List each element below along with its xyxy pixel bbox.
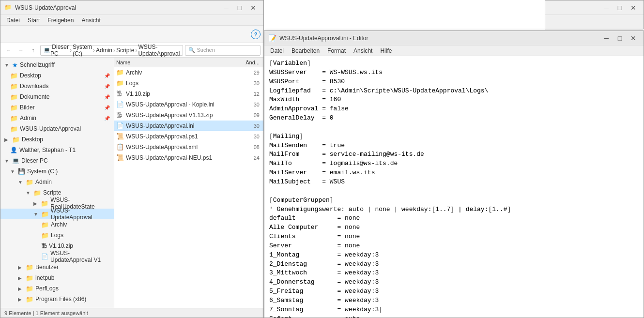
explorer-maximize-btn[interactable]: □ bbox=[233, 1, 246, 14]
ps1-icon: 📜 bbox=[116, 154, 124, 162]
expand-icon: ▼ bbox=[4, 62, 10, 68]
col-date-header[interactable]: Änd... bbox=[232, 60, 261, 65]
path-thispC: 💻 Dieser PC bbox=[44, 44, 69, 57]
sidebar-label: V1.10.zip bbox=[49, 242, 73, 249]
ps1-icon: 📜 bbox=[116, 133, 124, 140]
sidebar-label: Desktop bbox=[22, 136, 43, 143]
sidebar-wsus-v1[interactable]: 📄 WSUS-UpdateApproval V1 bbox=[0, 251, 114, 262]
explorer-minimize-btn[interactable]: ─ bbox=[220, 1, 232, 14]
notepad-menu-ansicht[interactable]: Ansicht bbox=[350, 46, 376, 55]
explorer-close-btn[interactable]: ✕ bbox=[247, 1, 260, 14]
folder-icon: 📁 bbox=[41, 200, 48, 207]
sidebar-label: WSUS-UpdateApproval bbox=[51, 207, 110, 221]
file-item-ps1[interactable]: 📜 WSUS-UpdateApproval.ps1 30 bbox=[114, 131, 263, 142]
sidebar-admin-drive[interactable]: ▼ 📁 Admin bbox=[0, 177, 114, 187]
file-date: 09 bbox=[232, 112, 261, 118]
zip-icon: 🗜 bbox=[116, 90, 124, 98]
menu-start[interactable]: Start bbox=[24, 16, 44, 25]
notepad-menu-hilfe[interactable]: Hilfe bbox=[376, 46, 396, 55]
sidebar-systemc[interactable]: ▼ 💾 System (C:) bbox=[0, 166, 114, 177]
address-path[interactable]: 💻 Dieser PC › System (C:) › Admin › Scri… bbox=[40, 45, 183, 56]
expand-icon: ▼ bbox=[18, 180, 24, 185]
notepad-controls: ─ □ ✕ bbox=[600, 32, 640, 45]
sidebar-schnellzugriff[interactable]: ▼ ★ Schnellzugriff bbox=[0, 60, 114, 70]
sidebar-label: Archiv bbox=[51, 221, 67, 228]
sidebar-desktop-group[interactable]: ▶ 📁 Desktop bbox=[0, 134, 114, 145]
pin-icon: 📌 bbox=[104, 105, 110, 110]
sidebar-dokumente[interactable]: 📁 Dokumente 📌 bbox=[0, 91, 114, 102]
file-item-archiv[interactable]: 📁 Archiv 29 bbox=[114, 67, 263, 78]
folder-icon: 📁 bbox=[116, 69, 124, 76]
sidebar-label: Program Files (x86) bbox=[35, 296, 86, 303]
back-button[interactable]: ← bbox=[3, 45, 14, 56]
sidebar-benutzer[interactable]: ▶ 📁 Benutzer bbox=[0, 262, 114, 273]
notepad-maximize-btn[interactable]: □ bbox=[613, 32, 626, 45]
sidebar-admin-quick[interactable]: 📁 Admin 📌 bbox=[0, 113, 114, 123]
menu-freigeben[interactable]: Freigeben bbox=[44, 16, 77, 25]
up-button[interactable]: ↑ bbox=[28, 45, 38, 56]
notepad-minimize-btn[interactable]: ─ bbox=[600, 32, 613, 45]
file-item-logs[interactable]: 📁 Logs 30 bbox=[114, 78, 263, 89]
sidebar-wsus-quick[interactable]: 📁 WSUS-UpdateApproval bbox=[0, 123, 114, 134]
forward-button[interactable]: → bbox=[15, 45, 26, 56]
zip-icon: 🗜 bbox=[41, 242, 47, 249]
second-minimize-btn[interactable]: ─ bbox=[600, 1, 613, 14]
main-content: ▼ ★ Schnellzugriff 📁 Desktop 📌 📁 Downloa… bbox=[0, 58, 263, 308]
path-admin: Admin bbox=[96, 47, 112, 54]
menu-ansicht[interactable]: Ansicht bbox=[77, 16, 104, 25]
sidebar-label: inetpub bbox=[35, 274, 54, 281]
status-text: 9 Elemente | 1 Element ausgewählt bbox=[4, 310, 88, 316]
folder-icon: 📁 bbox=[26, 179, 33, 186]
file-item-v110zip[interactable]: 🗜 V1.10.zip 12 bbox=[114, 89, 263, 99]
sidebar-downloads[interactable]: 📁 Downloads 📌 bbox=[0, 81, 114, 91]
expand-icon: ▶ bbox=[18, 265, 24, 270]
file-date: 08 bbox=[232, 144, 261, 150]
sidebar-label: Benutzer bbox=[35, 264, 59, 271]
sidebar-programfiles[interactable]: ▶ 📁 Program Files (x86) bbox=[0, 294, 114, 304]
second-close-btn[interactable]: ✕ bbox=[627, 1, 640, 14]
file-date: 30 bbox=[232, 123, 261, 129]
folder-icon: 📁 bbox=[116, 79, 124, 87]
notepad-menu-bearbeiten[interactable]: Bearbeiten bbox=[288, 46, 323, 55]
file-list: Name Änd... 📁 Archiv 29 📁 Logs 30 🗜 V1.1… bbox=[114, 58, 263, 308]
notepad-close-btn[interactable]: ✕ bbox=[627, 32, 640, 45]
file-item-neu-ps1[interactable]: 📜 WSUS-UpdateApproval-NEU.ps1 24 bbox=[114, 152, 263, 163]
folder-icon: 📁 bbox=[10, 104, 18, 111]
file-item-ini[interactable]: 📄 WSUS-UpdateApproval.ini 30 bbox=[114, 121, 263, 131]
file-item-xml[interactable]: 📋 WSUS-UpdateApproval.xml 08 bbox=[114, 142, 263, 152]
file-name: V1.10.zip bbox=[126, 91, 230, 97]
expand-icon: ▶ bbox=[18, 286, 24, 291]
col-name-header[interactable]: Name bbox=[116, 60, 232, 65]
file-item-kopie-ini[interactable]: 📄 WSUS-UpdateApproval - Kopie.ini 30 bbox=[114, 99, 263, 110]
file-date: 30 bbox=[232, 102, 261, 107]
expand-icon: ▼ bbox=[33, 212, 39, 217]
explorer-title-bar: 📁 WSUS-UpdateApproval ─ □ ✕ bbox=[0, 0, 263, 15]
sidebar-label: Admin bbox=[35, 179, 52, 185]
sidebar-label: WSUS-UpdateApproval bbox=[20, 125, 81, 132]
sidebar-inetpub[interactable]: ▶ 📁 inetpub bbox=[0, 273, 114, 283]
notepad-menu-format[interactable]: Format bbox=[323, 46, 350, 55]
sidebar-archiv[interactable]: 📁 Archiv bbox=[0, 219, 114, 230]
notepad-menu-datei[interactable]: Datei bbox=[266, 46, 288, 55]
ini-icon: 📄 bbox=[116, 122, 124, 130]
sidebar-perflogs[interactable]: ▶ 📁 PerfLogs bbox=[0, 283, 114, 294]
search-box[interactable]: 🔍 Suchen bbox=[185, 45, 261, 56]
sidebar-walther[interactable]: 👤 Walther, Stephan - T1 bbox=[0, 145, 114, 155]
sidebar-desktop1[interactable]: 📁 Desktop 📌 bbox=[0, 70, 114, 81]
second-menu-bar bbox=[545, 15, 644, 30]
expand-icon: ▶ bbox=[18, 297, 24, 302]
help-button[interactable]: ? bbox=[251, 30, 261, 39]
sidebar-logs[interactable]: 📁 Logs bbox=[0, 230, 114, 241]
menu-datei[interactable]: Datei bbox=[2, 16, 24, 25]
notepad-content[interactable]: [Variablen] WSUSServer = WS-WSUS.ws.its … bbox=[264, 56, 644, 318]
sidebar-thispC[interactable]: ▼ 💻 Dieser PC bbox=[0, 155, 114, 166]
folder-icon: 📁 bbox=[33, 189, 41, 197]
folder-icon: 📁 bbox=[41, 211, 49, 218]
notepad-menu-bar: Datei Bearbeiten Format Ansicht Hilfe bbox=[264, 45, 644, 56]
sidebar-label: Logs bbox=[51, 232, 63, 239]
sidebar-wsus-approval[interactable]: ▼ 📁 WSUS-UpdateApproval bbox=[0, 209, 114, 219]
address-bar: ← → ↑ 💻 Dieser PC › System (C:) › Admin … bbox=[0, 43, 263, 58]
file-item-v113zip[interactable]: 🗜 WSUS-UpdateApproval V1.13.zip 09 bbox=[114, 110, 263, 121]
sidebar-bilder[interactable]: 📁 Bilder 📌 bbox=[0, 102, 114, 113]
second-maximize-btn[interactable]: □ bbox=[613, 1, 626, 14]
